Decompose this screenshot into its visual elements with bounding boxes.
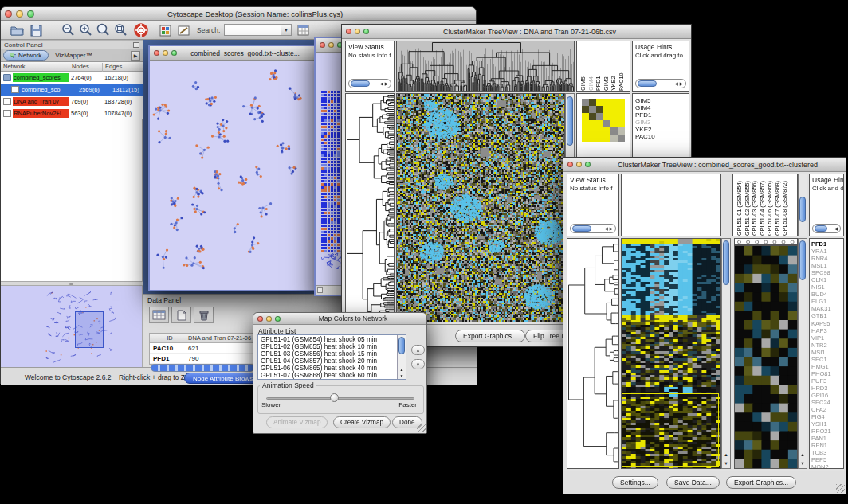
gene-row-label[interactable]: PUF3 [811, 377, 843, 385]
treeview1-titlebar[interactable]: ClusterMaker TreeView : DNA and Tran 07-… [342, 25, 691, 39]
gene-row-label[interactable]: HMG1 [811, 363, 843, 370]
close-icon[interactable] [567, 162, 573, 167]
attribute-list-item[interactable]: GPL51-07 (GSM868) heat shock 60 min [261, 372, 405, 379]
open-file-icon[interactable] [9, 22, 25, 38]
gene-row-label[interactable]: RPO21 [811, 428, 843, 435]
search-input[interactable] [224, 24, 281, 36]
matrix-cell[interactable] [603, 120, 610, 127]
attribute-list-item[interactable]: GPL51-04 (GSM857) heat shock 20 min [261, 357, 405, 365]
listbox-scrollbar[interactable]: ▲ ▼ [397, 335, 406, 379]
column-dendrogram-panel[interactable] [396, 41, 575, 92]
column-labels-scrollbar[interactable] [798, 174, 807, 236]
row-dendrogram-panel[interactable] [345, 93, 395, 322]
zoom-in-icon[interactable] [77, 22, 93, 38]
move-up-button[interactable]: ∧ [411, 345, 425, 355]
close-icon[interactable] [320, 42, 325, 48]
gene-row-label[interactable]: SPC98 [811, 269, 843, 276]
network-table-row[interactable]: DNA and Tran 07 769(0) 183728(0) [1, 96, 143, 107]
column-label[interactable]: GIM3 [603, 41, 610, 91]
matrix-cell[interactable] [610, 113, 618, 120]
horizontal-scrollbar[interactable]: ◀▶ [348, 79, 391, 88]
matrix-cell[interactable] [582, 120, 589, 127]
global-heatmap[interactable] [396, 93, 565, 322]
network-window-titlebar[interactable]: combined_scores_good.txt--cluste... [150, 46, 314, 61]
attribute-list-item[interactable]: GPL51-03 (GSM856) heat shock 15 min [261, 350, 405, 357]
delete-attribute-trash-icon[interactable] [194, 307, 214, 323]
gene-row-label[interactable]: MON2 [811, 463, 843, 469]
matrix-cell[interactable] [603, 99, 610, 106]
data-panel-scrollbar[interactable] [151, 364, 254, 372]
matrix-cell[interactable] [618, 127, 625, 135]
treeview-button[interactable]: Settings... [612, 476, 658, 489]
matrix-cell[interactable] [618, 135, 625, 142]
matrix-cell[interactable] [589, 127, 596, 135]
treeview1-column-labels[interactable]: GIM5GIM4PFD1GIM3YKE2PAC10 [576, 41, 630, 92]
matrix-cell[interactable] [618, 106, 625, 113]
new-attribute-icon[interactable] [171, 307, 191, 323]
node-attribute-browser-tab[interactable]: Node Attribute Brows [184, 373, 261, 384]
maximize-icon[interactable] [275, 316, 281, 322]
network-table-row[interactable]: RNAPuberNov2+I 563(0) 107847(0) [1, 107, 143, 119]
column-label[interactable]: GPL51-03 (GSM856) [751, 174, 759, 236]
matrix-cell[interactable] [582, 127, 589, 135]
matrix-cell[interactable] [582, 113, 589, 120]
dialog-titlebar[interactable]: Map Colors to Network [253, 313, 426, 325]
matrix-cell[interactable] [589, 99, 596, 106]
row-dendrogram-panel[interactable] [567, 238, 619, 469]
gene-row-label[interactable]: SEC1 [811, 356, 843, 363]
help-lifering-icon[interactable] [133, 22, 149, 38]
matrix-cell[interactable] [596, 120, 603, 127]
create-vizmap-button[interactable]: Create Vizmap [333, 416, 391, 428]
annotation-icon[interactable] [176, 22, 192, 38]
matrix-cell[interactable] [603, 106, 610, 113]
minimize-icon[interactable] [163, 50, 168, 56]
matrix-cell[interactable] [603, 127, 610, 135]
col-edges[interactable]: Edges [103, 63, 143, 72]
attribute-list-item[interactable]: GPL51-01 (GSM854) heat shock 05 min [261, 336, 405, 343]
gene-row-label[interactable]: BUD4 [811, 291, 843, 298]
matrix-cell[interactable] [589, 113, 596, 120]
matrix-cell[interactable] [589, 120, 596, 127]
column-label[interactable]: GPL51-01 (GSM854) [736, 174, 744, 236]
gene-row-label[interactable]: TCB3 [811, 449, 843, 456]
gene-row-label[interactable]: HAP3 [811, 327, 843, 334]
matrix-cell[interactable] [618, 99, 625, 106]
maximize-icon[interactable] [363, 29, 369, 34]
attribute-select-icon[interactable] [149, 307, 169, 323]
treeview-button[interactable]: Export Graphics... [726, 476, 796, 489]
treeview-button[interactable]: Export Graphics... [455, 330, 525, 342]
minimize-icon[interactable] [328, 42, 334, 48]
speed-slider-thumb[interactable] [330, 393, 339, 402]
matrix-cell[interactable] [589, 135, 596, 142]
matrix-cell[interactable] [582, 106, 589, 113]
network-canvas[interactable] [151, 61, 313, 290]
global-heatmap[interactable] [621, 238, 721, 469]
close-icon[interactable] [346, 29, 351, 34]
matrix-cell[interactable] [610, 127, 618, 135]
minimize-icon[interactable] [355, 29, 360, 34]
resize-grip[interactable] [836, 484, 845, 493]
gene-row-label[interactable]: PFD1 [811, 240, 843, 248]
save-icon[interactable] [28, 22, 44, 38]
network-table-row[interactable]: combined_sco 2569(6) 13112(15) [1, 84, 143, 96]
matrix-cell[interactable] [582, 99, 589, 106]
column-label[interactable]: PAC10 [618, 41, 626, 91]
gene-row-label[interactable]: GTB1 [811, 312, 843, 319]
column-label[interactable]: GPL51-06 (GSM865) [766, 174, 774, 236]
zoom-actual-icon[interactable] [95, 22, 111, 38]
network-table-row[interactable]: combined_scores 2764(0) 16218(0) [1, 72, 143, 84]
horizontal-scrollbar[interactable]: ◀▶ [635, 79, 686, 88]
maximize-icon[interactable] [171, 50, 177, 56]
matrix-cell[interactable] [603, 113, 610, 120]
column-label[interactable]: PFD1 [595, 41, 603, 91]
maximize-icon[interactable] [585, 162, 591, 167]
zoom-heatmap[interactable] [734, 245, 798, 469]
column-label[interactable]: GIM5 [579, 41, 587, 91]
matrix-cell[interactable] [610, 135, 618, 142]
zoom-scrollbar[interactable]: ▲ ▼ [798, 238, 807, 469]
row-label[interactable]: YKE2 [635, 126, 689, 133]
matrix-cell[interactable] [610, 106, 618, 113]
treeview2-column-labels[interactable]: GPL51-01 (GSM854)GPL51-02 (GSM855)GPL51-… [732, 174, 798, 236]
gene-row-label[interactable]: PEP5 [811, 456, 843, 463]
animate-vizmap-button[interactable]: Animate Vizmap [266, 416, 328, 428]
